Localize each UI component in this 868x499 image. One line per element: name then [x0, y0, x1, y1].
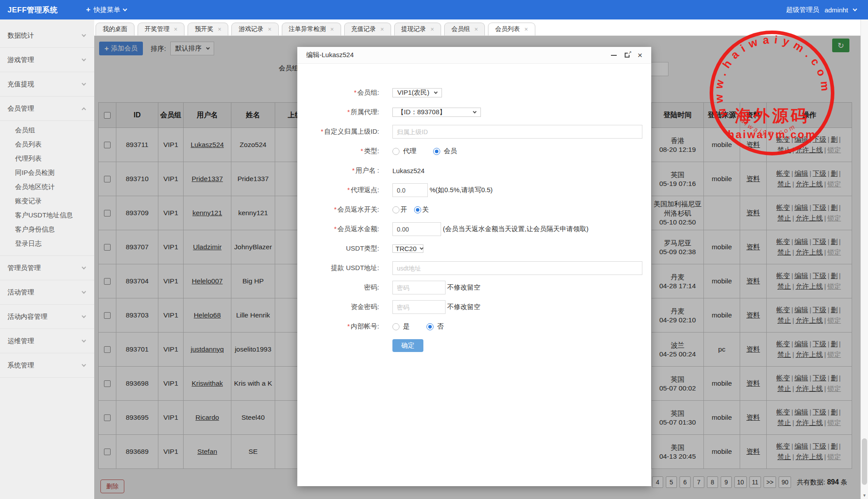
sidebar-item-label: 数据统计 — [8, 31, 34, 40]
radio-icon — [392, 148, 399, 155]
type-member-label: 会员 — [444, 147, 457, 155]
usdt-type-select[interactable]: TRC20 — [392, 244, 423, 253]
scrollbar-down-arrow[interactable] — [861, 491, 868, 499]
sidebar-subitem-账变记录[interactable]: 账变记录 — [0, 194, 94, 208]
chevron-down-icon — [82, 290, 86, 294]
group-label: 会员组: — [297, 89, 379, 97]
quick-menu-button[interactable]: 快捷菜单 — [86, 5, 127, 14]
rakeback-amount-hint: (会员当天返水金额当天设置,让会员隔天申请领取) — [443, 225, 588, 233]
tab-close-icon[interactable] — [524, 26, 528, 32]
window-controls — [611, 51, 642, 59]
tab-close-icon[interactable] — [474, 26, 478, 32]
tab-close-icon[interactable] — [174, 26, 177, 32]
tab-label: 提现记录 — [401, 25, 426, 33]
role-label: 超级管理员 — [786, 6, 819, 14]
fund-password-hint: 不修改留空 — [447, 303, 480, 311]
top-bar: JEFF管理系统 快捷菜单 超级管理员 adminht — [0, 0, 868, 19]
chevron-down-icon — [82, 338, 86, 343]
tab-label: 充值记录 — [351, 25, 376, 33]
chevron-down-icon — [82, 33, 86, 37]
tab-close-icon[interactable] — [430, 26, 434, 32]
tab-游戏记录[interactable]: 游戏记录 — [231, 23, 278, 35]
chevron-down-icon — [82, 314, 86, 318]
agent-label: 所属代理: — [297, 108, 379, 116]
rakeback-on-radio[interactable]: 开 — [392, 205, 407, 214]
agent-select[interactable]: 【ID：893708】 — [392, 108, 481, 117]
tab-我的桌面[interactable]: 我的桌面 — [96, 23, 134, 35]
sidebar-subitem-登录日志[interactable]: 登录日志 — [0, 236, 94, 251]
sidebar-subitem-会员列表[interactable]: 会员列表 — [0, 137, 94, 151]
tab-会员列表[interactable]: 会员列表 — [488, 23, 535, 35]
rakeback-amount-label: 会员返水金额: — [297, 225, 379, 233]
tab-close-icon[interactable] — [218, 26, 221, 32]
tab-close-icon[interactable] — [268, 26, 271, 32]
tab-提现记录[interactable]: 提现记录 — [394, 23, 441, 35]
tab-开奖管理[interactable]: 开奖管理 — [138, 23, 184, 35]
internal-no-radio[interactable]: 否 — [426, 322, 444, 331]
tab-label: 预开奖 — [195, 25, 213, 33]
form-row-rebate: 代理返点: %(如0.5%,请填写0.5) — [297, 183, 651, 197]
sidebar-subitem-会员地区统计[interactable]: 会员地区统计 — [0, 180, 94, 194]
password-input[interactable] — [392, 281, 446, 294]
maximize-icon[interactable] — [625, 53, 630, 58]
chevron-down-icon — [123, 7, 127, 12]
form-row-group: 会员组: VIP1(农民) — [297, 86, 651, 100]
sidebar-item-数据统计[interactable]: 数据统计 — [0, 23, 94, 48]
rakeback-amount-input[interactable] — [392, 222, 441, 236]
tab-注单异常检测[interactable]: 注单异常检测 — [282, 23, 341, 35]
app-title: JEFF管理系统 — [8, 5, 58, 15]
sidebar-nav: 数据统计游戏管理充值提现会员管理会员组会员列表代理列表同IP会员检测会员地区统计… — [0, 19, 94, 378]
rebate-input[interactable] — [392, 183, 428, 197]
sidebar-item-运维管理[interactable]: 运维管理 — [0, 329, 94, 353]
vertical-scrollbar[interactable] — [860, 19, 868, 499]
chevron-down-icon — [82, 265, 86, 270]
tab-close-icon[interactable] — [330, 26, 334, 32]
sidebar-item-游戏管理[interactable]: 游戏管理 — [0, 48, 94, 72]
type-radio-agent[interactable]: 代理 — [392, 147, 416, 155]
sidebar-item-管理员管理[interactable]: 管理员管理 — [0, 256, 94, 280]
usdt-address-label: 提款 USDT地址: — [297, 264, 379, 272]
group-select[interactable]: VIP1(农民) — [392, 88, 442, 97]
account-menu[interactable]: 超级管理员 adminht — [786, 6, 856, 14]
rebate-label: 代理返点: — [297, 186, 379, 194]
tab-label: 游戏记录 — [238, 25, 263, 33]
rakeback-off-radio[interactable]: 关 — [414, 205, 429, 214]
scrollbar-thumb[interactable] — [862, 438, 867, 485]
tab-label: 开奖管理 — [145, 25, 169, 33]
close-icon[interactable] — [638, 51, 642, 59]
tab-close-icon[interactable] — [380, 26, 384, 32]
radio-checked-icon — [426, 323, 434, 330]
form-row-internal: 内部帐号: 是 否 — [297, 320, 651, 333]
sidebar-subitem-客户USDT地址信息[interactable]: 客户USDT地址信息 — [0, 208, 94, 222]
sidebar-item-会员管理[interactable]: 会员管理 — [0, 97, 94, 121]
usdt-address-input[interactable] — [392, 261, 642, 275]
form-row-agent: 所属代理: 【ID：893708】 — [297, 105, 651, 119]
password-label: 密码: — [297, 283, 379, 292]
tab-label: 注单异常检测 — [289, 25, 326, 33]
sidebar-subitem-同IP会员检测[interactable]: 同IP会员检测 — [0, 166, 94, 180]
type-radio-member[interactable]: 会员 — [433, 147, 457, 155]
internal-yes-radio[interactable]: 是 — [392, 322, 410, 331]
tab-会员组[interactable]: 会员组 — [444, 23, 485, 35]
tab-label: 我的桌面 — [103, 25, 127, 33]
edit-member-dialog: 编辑-Lukasz524 会员组: VIP1(农民) 所属代理: 【ID：893… — [297, 47, 651, 486]
chevron-down-icon — [82, 81, 86, 86]
parent-id-input[interactable] — [392, 125, 642, 139]
username-label: 用户名 : — [297, 166, 379, 175]
sidebar-item-活动管理[interactable]: 活动管理 — [0, 280, 94, 305]
minimize-icon[interactable] — [611, 55, 617, 56]
sidebar-subitem-代理列表[interactable]: 代理列表 — [0, 151, 94, 166]
sidebar-subitem-客户身份信息[interactable]: 客户身份信息 — [0, 222, 94, 236]
internal-label: 内部帐号: — [297, 322, 379, 331]
fund-password-input[interactable] — [392, 300, 446, 314]
tab-预开奖[interactable]: 预开奖 — [188, 23, 228, 35]
password-hint: 不修改留空 — [447, 283, 480, 292]
sidebar-item-活动内容管理[interactable]: 活动内容管理 — [0, 305, 94, 329]
tab-充值记录[interactable]: 充值记录 — [344, 23, 391, 35]
sidebar-item-label: 充值提现 — [8, 80, 34, 89]
type-label: 类型: — [297, 147, 379, 155]
sidebar-subitem-会员组[interactable]: 会员组 — [0, 123, 94, 137]
sidebar-item-充值提现[interactable]: 充值提现 — [0, 72, 94, 97]
sidebar-item-系统管理[interactable]: 系统管理 — [0, 353, 94, 378]
confirm-button[interactable]: 确定 — [392, 339, 423, 352]
